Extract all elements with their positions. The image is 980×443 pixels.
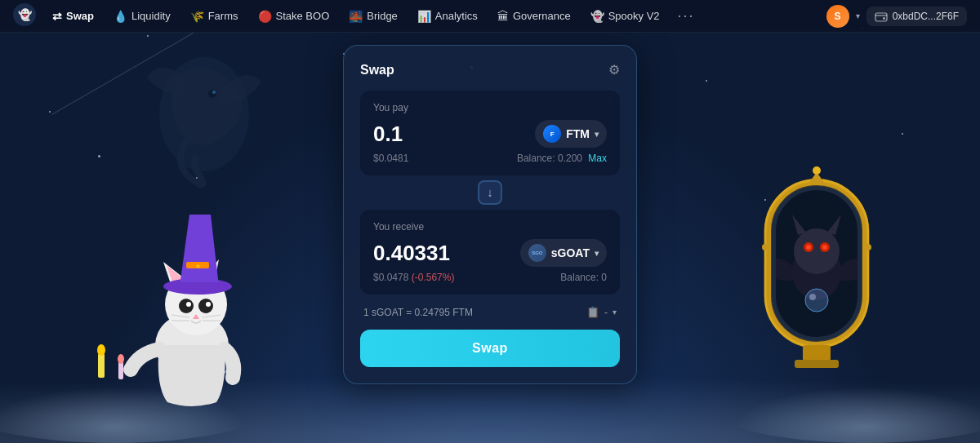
pay-token-chevron-icon: ▾ [595, 130, 599, 139]
pay-token-select[interactable]: F FTM ▾ [535, 120, 607, 148]
nav-item-swap[interactable]: ⇄ Swap [44, 7, 102, 26]
governance-nav-icon: 🏛 [497, 10, 509, 23]
receive-bottom-row: $0.0478 (-0.567%) Balance: 0 [373, 267, 607, 283]
nav-item-governance[interactable]: 🏛 Governance [489, 7, 579, 26]
pay-token-row: 0.1 F FTM ▾ [373, 120, 607, 148]
svg-point-47 [806, 245, 811, 250]
liquidity-nav-icon: 💧 [114, 10, 127, 23]
nav-right: S ▾ 0xbdDC...2F6F [826, 5, 967, 28]
svg-text:★: ★ [195, 263, 201, 270]
svg-point-24 [206, 302, 211, 307]
bridge-nav-icon: 🌉 [349, 10, 363, 23]
pay-token-symbol: FTM [566, 127, 590, 140]
stake-nav-icon: 🔴 [258, 10, 272, 23]
svg-rect-40 [795, 360, 839, 368]
swap-direction-wrap: ↓ [360, 180, 620, 205]
wallet-address[interactable]: 0xbdDC...2F6F [866, 7, 967, 26]
avatar-initial: S [835, 11, 841, 22]
svg-point-22 [198, 299, 213, 313]
svg-point-51 [805, 289, 828, 312]
receive-label: You receive [373, 221, 607, 233]
analytics-nav-icon: 📊 [417, 10, 431, 23]
svg-rect-39 [803, 345, 831, 361]
receive-token-symbol: sGOAT [551, 246, 590, 259]
nav-item-analytics[interactable]: 📊 Analytics [409, 7, 486, 26]
price-text: 1 sGOAT = 0.24795 FTM [363, 307, 473, 318]
mirror-character [731, 166, 902, 410]
receive-token-select[interactable]: SGO sGOAT ▾ [520, 239, 607, 267]
price-dash: - [604, 307, 608, 318]
receive-token-chevron-icon: ▾ [595, 249, 599, 258]
receive-token-box: You receive 0.40331 SGO sGOAT ▾ $0.0478 … [360, 210, 620, 295]
witch-cat-character: ★ [74, 166, 270, 410]
svg-rect-3 [98, 353, 105, 378]
sgoat-icon: SGO [528, 244, 546, 262]
receive-usd-value: $0.0478 (-0.567%) [373, 272, 454, 283]
settings-button[interactable]: ⚙ [608, 62, 620, 78]
price-chevron-icon[interactable]: ▾ [612, 308, 617, 317]
price-info-row: 1 sGOAT = 0.24795 FTM 📋 - ▾ [360, 298, 620, 326]
receive-balance: Balance: 0 [560, 272, 607, 283]
pay-usd-value: $0.0481 [373, 153, 408, 164]
spookyv2-nav-icon: 👻 [590, 10, 604, 23]
pay-amount: 0.1 [373, 122, 403, 147]
svg-point-52 [809, 294, 816, 300]
nav-item-liquidity[interactable]: 💧 Liquidity [105, 7, 179, 26]
nav-item-stake[interactable]: 🔴 Stake BOO [250, 7, 338, 26]
ftm-icon: F [543, 125, 561, 143]
swap-direction-button[interactable]: ↓ [478, 180, 502, 205]
address-text: 0xbdDC...2F6F [893, 11, 959, 22]
receive-amount: 0.40331 [373, 241, 450, 266]
wallet-icon [875, 10, 888, 23]
pay-token-box: You pay 0.1 F FTM ▾ $0.0481 Balance: 0.2… [360, 91, 620, 175]
price-actions: 📋 - ▾ [586, 306, 617, 318]
svg-point-6 [118, 354, 124, 364]
swap-panel: Swap ⚙ You pay 0.1 F FTM ▾ $0.0481 Balan… [343, 45, 637, 384]
svg-point-2 [212, 91, 216, 94]
swap-nav-icon: ⇄ [52, 10, 62, 23]
svg-point-37 [865, 244, 871, 250]
panel-header: Swap ⚙ [360, 62, 620, 78]
svg-point-56 [883, 17, 885, 20]
svg-point-48 [822, 245, 827, 250]
svg-point-1 [208, 90, 216, 98]
svg-point-4 [97, 344, 105, 356]
nav-more-button[interactable]: ··· [671, 4, 702, 28]
receive-price-change: (-0.567%) [412, 272, 455, 283]
nav-item-bridge[interactable]: 🌉 Bridge [341, 7, 406, 26]
down-arrow-icon: ↓ [488, 186, 493, 199]
svg-rect-18 [178, 282, 219, 289]
receive-token-row: 0.40331 SGO sGOAT ▾ [373, 239, 607, 267]
avatar-chevron-icon[interactable]: ▾ [856, 11, 860, 20]
swap-button[interactable]: Swap [360, 330, 620, 367]
max-button[interactable]: Max [588, 153, 607, 164]
svg-point-36 [762, 244, 768, 250]
svg-rect-55 [875, 13, 887, 21]
svg-point-35 [813, 166, 821, 175]
svg-point-21 [179, 299, 194, 313]
logo[interactable]: 👻 [13, 3, 36, 29]
nav-item-spookyv2[interactable]: 👻 Spooky V2 [582, 7, 668, 26]
nav-avatar[interactable]: S [826, 5, 849, 28]
nav-item-farms[interactable]: 🌾 Farms [182, 7, 247, 26]
copy-icon[interactable]: 📋 [586, 306, 599, 318]
svg-rect-5 [118, 361, 123, 379]
svg-point-23 [186, 302, 191, 307]
pay-bottom-row: $0.0481 Balance: 0.200 Max [373, 148, 607, 164]
pay-balance: Balance: 0.200 Max [517, 153, 607, 164]
pay-label: You pay [373, 102, 607, 113]
farms-nav-icon: 🌾 [190, 10, 204, 23]
navbar: 👻 ⇄ Swap 💧 Liquidity 🌾 Farms 🔴 Stake BOO… [0, 0, 980, 33]
svg-point-44 [794, 228, 840, 274]
svg-text:👻: 👻 [18, 8, 33, 22]
panel-title: Swap [360, 63, 394, 78]
